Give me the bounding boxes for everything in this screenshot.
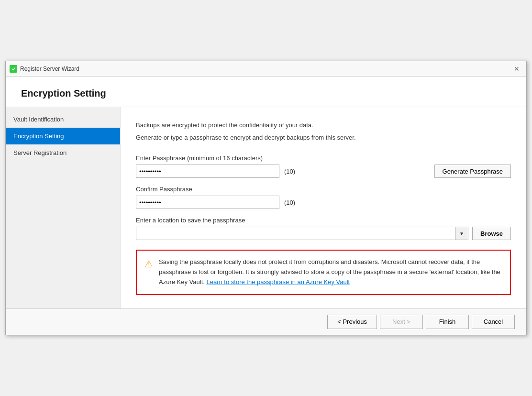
location-row: ▼ Browse [136,227,511,240]
sidebar-item-encryption-setting[interactable]: Encryption Setting [6,128,120,144]
generate-passphrase-button[interactable]: Generate Passphrase [434,165,511,178]
browse-button[interactable]: Browse [472,227,511,240]
warning-box: ⚠ Saving the passphrase locally does not… [136,250,511,295]
titlebar: Register Server Wizard ✕ [6,61,526,77]
location-section: Enter a location to save the passphrase … [136,217,511,240]
content-area: Vault Identification Encryption Setting … [6,107,526,308]
description-1: Backups are encrypted to protect the con… [136,121,511,130]
confirm-passphrase-label: Confirm Passphrase [136,186,511,193]
titlebar-left: Register Server Wizard [10,65,79,73]
sidebar: Vault Identification Encryption Setting … [6,107,121,308]
sidebar-item-server-registration[interactable]: Server Registration [6,144,120,161]
passphrase-input[interactable] [136,165,279,178]
warning-icon: ⚠ [144,258,153,287]
confirm-passphrase-count: (10) [284,199,295,206]
confirm-passphrase-input[interactable] [136,196,279,209]
sidebar-item-vault-identification[interactable]: Vault Identification [6,111,120,128]
app-icon [10,65,17,73]
warning-text: Saving the passphrase locally does not p… [159,257,502,287]
footer: < Previous Next > Finish Cancel [6,308,526,335]
passphrase-label: Enter Passphrase (minimum of 16 characte… [136,154,511,162]
close-button[interactable]: ✕ [511,63,522,75]
previous-button[interactable]: < Previous [327,315,377,329]
description-2: Generate or type a passphrase to encrypt… [136,133,511,143]
finish-button[interactable]: Finish [426,315,469,329]
azure-key-vault-link[interactable]: Learn to store the passphrase in an Azur… [207,278,350,286]
main-content: Backups are encrypted to protect the con… [121,107,526,308]
location-dropdown-arrow[interactable]: ▼ [455,227,468,240]
passphrase-section: Enter Passphrase (minimum of 16 characte… [136,154,511,178]
next-button[interactable]: Next > [380,315,423,329]
location-input[interactable] [136,227,455,240]
confirm-passphrase-section: Confirm Passphrase (10) [136,186,511,209]
page-title: Encryption Setting [21,88,511,99]
confirm-passphrase-row: (10) [136,196,511,209]
location-label: Enter a location to save the passphrase [136,217,511,224]
cancel-button[interactable]: Cancel [472,315,515,329]
passphrase-row: (10) Generate Passphrase [136,165,511,178]
page-header: Encryption Setting [6,77,526,107]
wizard-window: Register Server Wizard ✕ Encryption Sett… [5,61,527,335]
passphrase-count: (10) [284,168,295,175]
svg-rect-0 [11,66,16,72]
window-title: Register Server Wizard [20,66,79,72]
